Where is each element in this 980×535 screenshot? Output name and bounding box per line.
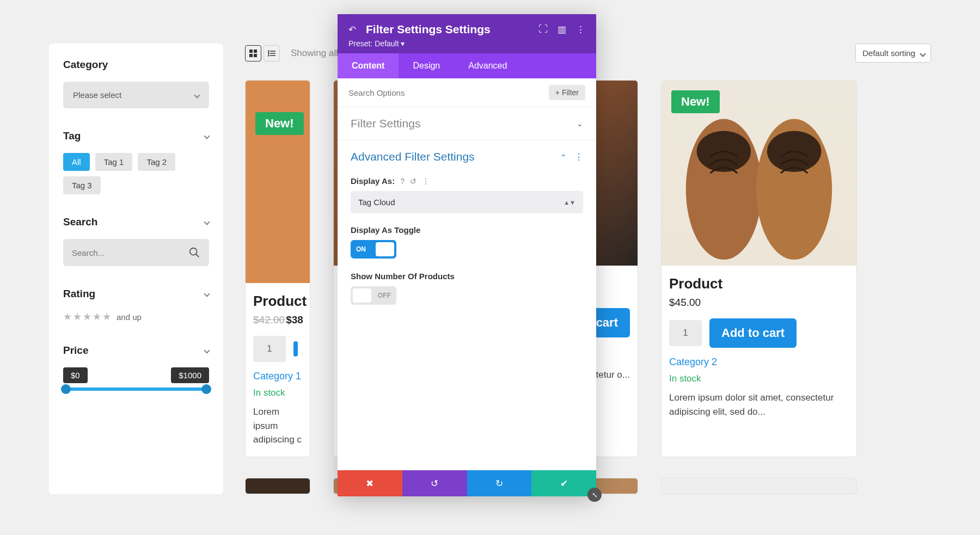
product-title: Product bbox=[253, 293, 302, 310]
quantity-input[interactable] bbox=[253, 336, 286, 362]
svg-rect-4 bbox=[249, 54, 253, 57]
show-number-label: Show Number Of Products bbox=[351, 272, 583, 281]
shoes-image bbox=[661, 81, 856, 266]
expand-icon[interactable]: ⛶ bbox=[538, 24, 548, 35]
help-icon[interactable]: ? bbox=[400, 177, 405, 186]
rating-filter[interactable]: ★★★★★ and up bbox=[63, 311, 209, 323]
chevron-down-icon bbox=[204, 133, 210, 139]
tag-3[interactable]: Tag 3 bbox=[63, 176, 101, 194]
rating-heading[interactable]: Rating bbox=[63, 288, 209, 300]
redo-icon: ↻ bbox=[495, 478, 503, 489]
svg-rect-3 bbox=[254, 50, 257, 53]
tag-all[interactable]: All bbox=[63, 153, 90, 171]
category-heading: Category bbox=[63, 59, 209, 71]
grid-view-button[interactable] bbox=[245, 45, 261, 62]
search-heading[interactable]: Search bbox=[63, 216, 209, 228]
stock-status: In stock bbox=[669, 373, 849, 384]
undo-icon[interactable]: ↶ bbox=[348, 24, 356, 35]
settings-modal: ↶ Filter Settings Settings ⛶ ▥ ⋮ Preset:… bbox=[338, 14, 596, 496]
star-icon: ★★★★★ bbox=[63, 311, 112, 323]
search-icon[interactable] bbox=[188, 247, 200, 259]
advanced-filter-section[interactable]: Advanced Filter Settings ⌃ ⋮ bbox=[338, 140, 596, 173]
columns-icon[interactable]: ▥ bbox=[558, 24, 566, 35]
modal-title: Filter Settings Settings bbox=[366, 23, 529, 36]
tab-advanced[interactable]: Advanced bbox=[454, 53, 521, 78]
display-toggle-label: Display As Toggle bbox=[351, 225, 583, 235]
product-card bbox=[245, 478, 310, 494]
chevron-down-icon bbox=[204, 219, 210, 225]
more-icon[interactable]: ⋮ bbox=[422, 177, 430, 186]
svg-point-0 bbox=[190, 248, 197, 255]
more-icon[interactable]: ⋮ bbox=[574, 152, 583, 162]
list-icon bbox=[268, 50, 275, 57]
cancel-button[interactable]: ✖ bbox=[338, 470, 402, 496]
more-icon[interactable]: ⋮ bbox=[576, 24, 585, 35]
product-card: New! Product $42.00$38 Category 1 In sto… bbox=[245, 80, 310, 457]
price-heading[interactable]: Price bbox=[63, 345, 209, 356]
chevron-down-icon bbox=[204, 291, 210, 297]
modal-footer: ✖ ↺ ↻ ✔ bbox=[338, 470, 596, 496]
filter-sidebar: Category Please select Tag All Tag 1 Tag… bbox=[49, 44, 223, 494]
redo-button[interactable]: ↻ bbox=[467, 470, 532, 496]
price-min: $0 bbox=[63, 367, 88, 383]
product-card: New! Product $45.00 Add to cart Category… bbox=[661, 80, 857, 457]
quantity-input[interactable] bbox=[669, 320, 702, 346]
toggle-knob bbox=[376, 242, 394, 256]
undo-icon: ↺ bbox=[431, 478, 438, 489]
svg-point-9 bbox=[268, 51, 269, 52]
category-select[interactable]: Please select bbox=[63, 82, 209, 108]
undo-button[interactable]: ↺ bbox=[402, 470, 467, 496]
product-card bbox=[661, 478, 857, 494]
add-to-cart-button[interactable]: Add to cart bbox=[709, 318, 797, 348]
product-description: Lorem ipsum dolor sit amet, consectetur … bbox=[669, 391, 849, 419]
chevron-down-icon bbox=[204, 347, 210, 353]
reset-icon[interactable]: ↺ bbox=[410, 177, 416, 186]
filter-settings-section[interactable]: Filter Settings ⌄ bbox=[338, 107, 596, 140]
chevron-down-icon bbox=[194, 92, 200, 98]
svg-rect-2 bbox=[249, 50, 253, 53]
sort-select[interactable]: Default sorting bbox=[855, 44, 931, 63]
svg-rect-5 bbox=[254, 54, 257, 57]
chevron-down-icon: ⌄ bbox=[577, 119, 583, 128]
category-select-placeholder: Please select bbox=[73, 90, 121, 100]
slider-knob-max[interactable] bbox=[201, 384, 211, 394]
new-badge: New! bbox=[255, 112, 304, 135]
show-number-toggle[interactable]: OFF bbox=[351, 286, 396, 305]
category-link[interactable]: Category 2 bbox=[669, 356, 849, 368]
grid-icon bbox=[249, 50, 257, 57]
save-button[interactable]: ✔ bbox=[531, 470, 596, 496]
category-link[interactable]: Category 1 bbox=[253, 371, 302, 382]
tag-2[interactable]: Tag 2 bbox=[138, 153, 175, 171]
display-toggle[interactable]: ON bbox=[351, 240, 396, 259]
caret-icon: ▲▼ bbox=[564, 199, 575, 206]
slider-knob-min[interactable] bbox=[61, 384, 71, 394]
tag-1[interactable]: Tag 1 bbox=[95, 153, 133, 171]
product-description: Lorem ipsum adipiscing c bbox=[253, 405, 302, 447]
resize-handle[interactable]: ⤡ bbox=[587, 488, 602, 502]
modal-header: ↶ Filter Settings Settings ⛶ ▥ ⋮ Preset:… bbox=[338, 14, 596, 53]
price-slider[interactable] bbox=[63, 388, 209, 391]
product-price: $45.00 bbox=[669, 297, 849, 309]
price-max: $1000 bbox=[171, 367, 209, 383]
close-icon: ✖ bbox=[366, 478, 373, 489]
preset-label[interactable]: Preset: Default ▾ bbox=[348, 39, 585, 48]
product-title: Product bbox=[669, 275, 849, 292]
tab-content[interactable]: Content bbox=[338, 53, 399, 78]
svg-point-10 bbox=[268, 53, 269, 54]
tab-design[interactable]: Design bbox=[399, 53, 454, 78]
add-to-cart-button[interactable] bbox=[293, 341, 298, 356]
list-view-button[interactable] bbox=[264, 45, 280, 62]
modal-tabs: Content Design Advanced bbox=[338, 53, 596, 78]
search-options-label: Search Options bbox=[348, 88, 405, 97]
search-input[interactable] bbox=[72, 248, 175, 257]
check-icon: ✔ bbox=[560, 478, 568, 489]
toggle-knob bbox=[353, 288, 371, 303]
add-filter-button[interactable]: + Filter bbox=[549, 85, 585, 100]
tag-heading[interactable]: Tag bbox=[63, 130, 209, 142]
chevron-up-icon: ⌃ bbox=[560, 153, 567, 162]
display-as-select[interactable]: Tag Cloud ▲▼ bbox=[351, 191, 583, 213]
search-input-wrap bbox=[63, 239, 209, 266]
product-price: $42.00$38 bbox=[253, 314, 302, 326]
stock-status: In stock bbox=[253, 388, 302, 398]
display-as-label: Display As: bbox=[351, 176, 395, 186]
